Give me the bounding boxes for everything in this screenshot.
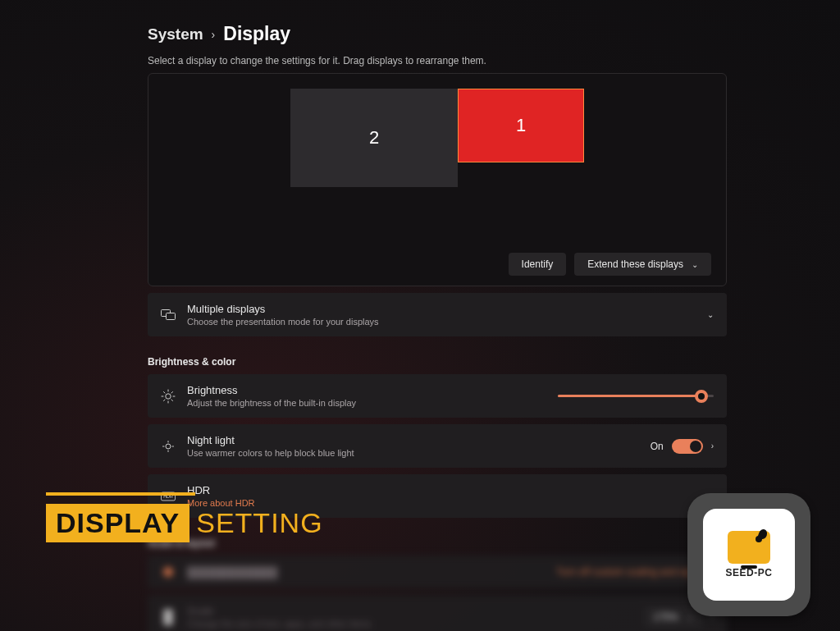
svg-line-7 <box>164 391 166 393</box>
breadcrumb-current: Display <box>223 23 290 45</box>
overlay-word-1: DISPLAY <box>46 504 189 542</box>
row-title: Scale <box>187 605 632 617</box>
night-light-row[interactable]: Night light Use warmer colors to help bl… <box>148 424 727 468</box>
brightness-row: Brightness Adjust the brightness of the … <box>148 374 727 418</box>
row-title: Night light <box>187 434 639 446</box>
overlay-underline <box>46 492 195 496</box>
row-subtitle: Choose the presentation mode for your di… <box>187 317 696 327</box>
svg-line-10 <box>171 391 173 393</box>
custom-scale-warning-row: ████████████ Turn off custom scaling and… <box>148 556 727 588</box>
monitor-2[interactable]: 2 <box>290 89 458 187</box>
brightness-slider[interactable] <box>558 390 714 403</box>
toggle-state: On <box>651 441 664 452</box>
row-title: ████████████ <box>187 566 545 578</box>
display-mode-select[interactable]: Extend these displays ⌄ <box>574 253 711 276</box>
chevron-down-icon: ⌄ <box>707 310 714 319</box>
brightness-icon <box>161 389 176 404</box>
svg-point-18 <box>163 567 173 577</box>
row-title: HDR <box>187 484 700 496</box>
svg-line-9 <box>164 400 166 401</box>
warning-icon <box>161 565 176 578</box>
overlay-word-2: SETTING <box>196 507 322 539</box>
night-light-toggle[interactable] <box>672 439 703 454</box>
scale-icon: █ <box>161 610 176 624</box>
monitor-1[interactable]: 1 <box>458 89 584 162</box>
seed-pc-icon <box>728 531 770 564</box>
night-light-icon <box>161 440 176 453</box>
chevron-down-icon: ⌄ <box>692 260 698 269</box>
display-arrangement-card: 2 1 Identify Extend these displays ⌄ <box>148 73 727 286</box>
breadcrumb: System › Display <box>148 23 727 45</box>
select-value: 175% <box>653 611 678 623</box>
identify-button[interactable]: Identify <box>509 253 567 276</box>
chevron-right-icon[interactable]: › <box>711 441 714 450</box>
svg-point-2 <box>166 393 171 398</box>
svg-point-11 <box>166 444 171 449</box>
svg-line-8 <box>171 400 173 401</box>
svg-rect-1 <box>167 313 176 319</box>
chevron-right-icon: › <box>212 28 216 41</box>
multiple-displays-icon <box>161 309 176 321</box>
helper-text: Select a display to change the settings … <box>148 55 727 66</box>
breadcrumb-parent[interactable]: System <box>148 25 203 43</box>
section-brightness-color: Brightness & color <box>148 356 727 368</box>
scale-row[interactable]: █ Scale Change the size of text, apps, a… <box>148 595 727 631</box>
row-subtitle: Change the size of text, apps, and other… <box>187 619 632 629</box>
row-title: Multiple displays <box>187 303 696 315</box>
display-mode-label: Extend these displays <box>587 258 683 270</box>
row-title: Brightness <box>187 384 546 396</box>
row-subtitle: Use warmer colors to help block blue lig… <box>187 448 639 458</box>
overlay-title: DISPLAY SETTING <box>46 504 323 542</box>
multiple-displays-row[interactable]: Multiple displays Choose the presentatio… <box>148 293 727 336</box>
watermark-label: SEED-PC <box>726 567 773 578</box>
row-subtitle: Adjust the brightness of the built-in di… <box>187 398 546 408</box>
chevron-down-icon: ⌄ <box>687 612 693 621</box>
watermark-badge: SEED-PC <box>687 493 810 616</box>
